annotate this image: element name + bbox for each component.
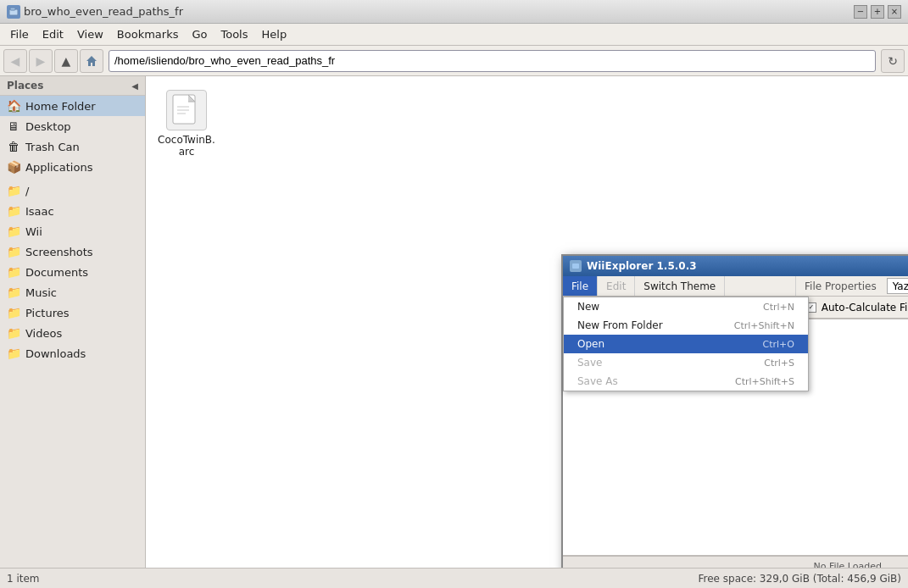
wii-status-text: No File Loaded. — [755, 561, 908, 568]
title-bar-left: bro_who_even_read_paths_fr — [7, 5, 183, 19]
sidebar-item-label: Downloads — [25, 347, 86, 360]
wii-file-dropdown-menu: New Ctrl+N New From Folder Ctrl+Shift+N … — [563, 297, 809, 391]
window-controls: − + × — [854, 5, 901, 19]
sidebar-item-screenshots[interactable]: 📁 Screenshots — [0, 241, 145, 262]
title-bar: bro_who_even_read_paths_fr − + × — [0, 0, 908, 24]
applications-icon: 📦 — [7, 160, 20, 174]
sidebar-item-wii[interactable]: 📁 Wii — [0, 221, 145, 241]
wii-file-properties-label: File Properties — [795, 276, 885, 296]
sidebar-item-trash[interactable]: 🗑 Trash Can — [0, 136, 145, 157]
file-icon — [166, 90, 207, 130]
sidebar-resize-handle[interactable] — [142, 76, 145, 568]
wii-title-left: WiiExplorer 1.5.0.3 — [570, 260, 697, 272]
wii-menu-switch-theme[interactable]: Switch Theme — [635, 276, 725, 296]
wii-menu-open[interactable]: Open Ctrl+O — [564, 335, 808, 353]
wii-status-bar: No File Loaded. ⋱ — [563, 556, 908, 568]
svg-rect-7 — [572, 263, 579, 269]
home-button[interactable] — [80, 49, 103, 73]
address-bar[interactable] — [109, 50, 876, 72]
sidebar-title: Places — [7, 80, 43, 92]
free-space: Free space: 329,0 GiB (Total: 456,9 GiB) — [699, 573, 901, 585]
menu-go[interactable]: Go — [185, 25, 214, 43]
desktop-icon: 🖥 — [7, 119, 20, 133]
sidebar-item-root[interactable]: 📁 / — [0, 180, 145, 201]
file-name: CocoTwinB.arc — [158, 134, 215, 158]
menu-bar: File Edit View Bookmarks Go Tools Help — [0, 24, 908, 46]
main-area: Places ◀ 🏠 Home Folder 🖥 Desktop 🗑 Trash… — [0, 76, 908, 568]
folder-icon: 📁 — [7, 204, 20, 218]
sidebar-item-label: Videos — [25, 327, 62, 340]
wii-menu-new[interactable]: New Ctrl+N — [564, 297, 808, 316]
sidebar-item-applications[interactable]: 📦 Applications — [0, 157, 145, 177]
item-count: 1 item — [7, 573, 40, 585]
sidebar-item-label: Pictures — [25, 307, 69, 319]
wii-menu-save-as[interactable]: Save As Ctrl+Shift+S — [564, 372, 808, 391]
minimize-button[interactable]: − — [854, 5, 867, 19]
sidebar-item-label: Home Folder — [25, 100, 96, 113]
wii-menu-save[interactable]: Save Ctrl+S — [564, 353, 808, 372]
status-bar: 1 item Free space: 329,0 GiB (Total: 456… — [0, 568, 908, 588]
sidebar-item-home[interactable]: 🏠 Home Folder — [0, 96, 145, 116]
wii-menu-file[interactable]: File — [563, 276, 598, 296]
new-from-folder-shortcut: Ctrl+Shift+N — [734, 320, 794, 331]
wii-menu-edit[interactable]: Edit — [598, 276, 635, 296]
menu-help[interactable]: Help — [255, 25, 294, 43]
up-button[interactable]: ▲ — [54, 49, 78, 73]
new-shortcut: Ctrl+N — [763, 302, 794, 313]
folder-icon: 📁 — [7, 286, 20, 299]
save-shortcut: Ctrl+S — [764, 358, 794, 369]
wii-dropdown-label: Yaz0 Stro — [893, 280, 908, 292]
file-item[interactable]: CocoTwinB.arc — [153, 83, 220, 164]
trash-icon: 🗑 — [7, 140, 20, 153]
sidebar-collapse-icon[interactable]: ◀ — [131, 81, 138, 91]
wii-auto-calc-label: Auto-Calculate File IDs — [822, 302, 908, 313]
close-button[interactable]: × — [888, 5, 901, 19]
sidebar-item-music[interactable]: 📁 Music — [0, 282, 145, 302]
wii-yaz0-dropdown[interactable]: Yaz0 Stro ▼ — [887, 278, 908, 294]
save-label: Save — [577, 357, 602, 369]
folder-icon: 📁 — [7, 326, 20, 340]
sidebar-item-documents[interactable]: 📁 Documents — [0, 262, 145, 282]
wii-menu-new-from-folder[interactable]: New From Folder Ctrl+Shift+N — [564, 316, 808, 335]
folder-icon: 📁 — [7, 245, 20, 258]
wii-app-icon — [570, 260, 582, 272]
forward-button[interactable]: ▶ — [29, 49, 53, 73]
sidebar-item-videos[interactable]: 📁 Videos — [0, 323, 145, 343]
check-icon: ✓ — [808, 303, 814, 311]
sidebar-item-label: Applications — [25, 161, 92, 174]
save-as-label: Save As — [577, 375, 618, 387]
menu-tools[interactable]: Tools — [214, 25, 254, 43]
new-from-folder-label: New From Folder — [577, 319, 663, 331]
sidebar-item-label: Wii — [25, 225, 42, 238]
new-label: New — [577, 301, 599, 313]
svg-marker-2 — [86, 56, 97, 66]
sidebar-item-label: Trash Can — [25, 141, 80, 153]
folder-icon: 📁 — [7, 225, 20, 238]
menu-file[interactable]: File — [3, 25, 36, 43]
home-icon: 🏠 — [7, 99, 20, 113]
sidebar-item-label: Documents — [25, 266, 88, 279]
svg-rect-1 — [10, 8, 15, 10]
sidebar-item-label: Desktop — [25, 120, 71, 133]
sidebar-item-desktop[interactable]: 🖥 Desktop — [0, 116, 145, 136]
sidebar-item-label: Screenshots — [25, 246, 93, 258]
menu-edit[interactable]: Edit — [36, 25, 70, 43]
sidebar-item-label: Isaac — [25, 205, 54, 218]
back-button[interactable]: ◀ — [3, 49, 27, 73]
sidebar-header: Places ◀ — [0, 76, 145, 96]
menu-bookmarks[interactable]: Bookmarks — [110, 25, 186, 43]
maximize-button[interactable]: + — [871, 5, 884, 19]
sidebar-item-downloads[interactable]: 📁 Downloads — [0, 343, 145, 363]
sidebar-item-pictures[interactable]: 📁 Pictures — [0, 302, 145, 323]
open-label: Open — [577, 338, 604, 350]
reload-button[interactable]: ↻ — [881, 49, 905, 73]
wii-title-bar: WiiExplorer 1.5.0.3 − + × — [563, 256, 908, 276]
menu-view[interactable]: View — [70, 25, 110, 43]
wii-window-title: WiiExplorer 1.5.0.3 — [587, 260, 697, 272]
folder-icon: 📁 — [7, 306, 20, 319]
folder-icon: 📁 — [7, 184, 20, 197]
sidebar-item-label: / — [25, 185, 29, 197]
sidebar-item-isaac[interactable]: 📁 Isaac — [0, 201, 145, 221]
wii-menu-spacer — [725, 276, 795, 296]
wii-menu-bar: File Edit Switch Theme File Properties Y… — [563, 276, 908, 297]
